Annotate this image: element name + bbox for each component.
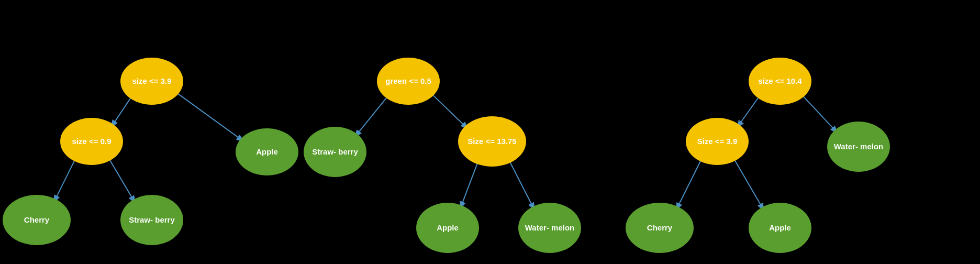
tree-node-t3n5: Apple bbox=[749, 203, 811, 253]
edge-t2n1-t2n3 bbox=[431, 94, 467, 128]
edge-t2n1-t2n2 bbox=[355, 96, 388, 136]
edge-t1n1-t1n2 bbox=[112, 96, 132, 127]
tree-node-t3n2: Size <= 3.9 bbox=[686, 118, 749, 165]
edge-t3n2-t3n5 bbox=[734, 159, 763, 210]
edge-t1n2-t1n4 bbox=[54, 159, 75, 201]
canvas: size <= 3.9size <= 0.9AppleCherryStraw- … bbox=[0, 0, 980, 264]
tree-node-t2n5: Water- melon bbox=[518, 203, 581, 253]
tree-node-t3n4: Cherry bbox=[626, 203, 694, 253]
tree-node-t2n2: Straw- berry bbox=[304, 127, 366, 177]
tree-node-t2n4: Apple bbox=[416, 203, 479, 253]
tree-node-t1n5: Straw- berry bbox=[120, 195, 183, 245]
edge-t2n3-t2n5 bbox=[509, 160, 534, 209]
tree-node-t1n4: Cherry bbox=[3, 195, 71, 245]
edge-t3n2-t3n4 bbox=[676, 159, 701, 209]
edge-t2n3-t2n4 bbox=[461, 161, 478, 207]
edge-t3n1-t3n2 bbox=[738, 96, 760, 127]
tree-node-t3n3: Water- melon bbox=[827, 122, 890, 172]
edge-t1n2-t1n5 bbox=[109, 158, 135, 202]
tree-node-t2n3: Size <= 13.75 bbox=[458, 116, 526, 167]
tree-node-t1n1: size <= 3.9 bbox=[120, 58, 183, 105]
tree-node-t1n2: size <= 0.9 bbox=[60, 118, 123, 165]
tree-node-t2n1: green <= 0.5 bbox=[377, 58, 440, 105]
tree-node-t3n1: size <= 10.4 bbox=[749, 58, 811, 105]
edge-t1n1-t1n3 bbox=[176, 92, 243, 141]
edge-t3n1-t3n3 bbox=[801, 95, 837, 132]
tree-node-t1n3: Apple bbox=[236, 128, 298, 175]
